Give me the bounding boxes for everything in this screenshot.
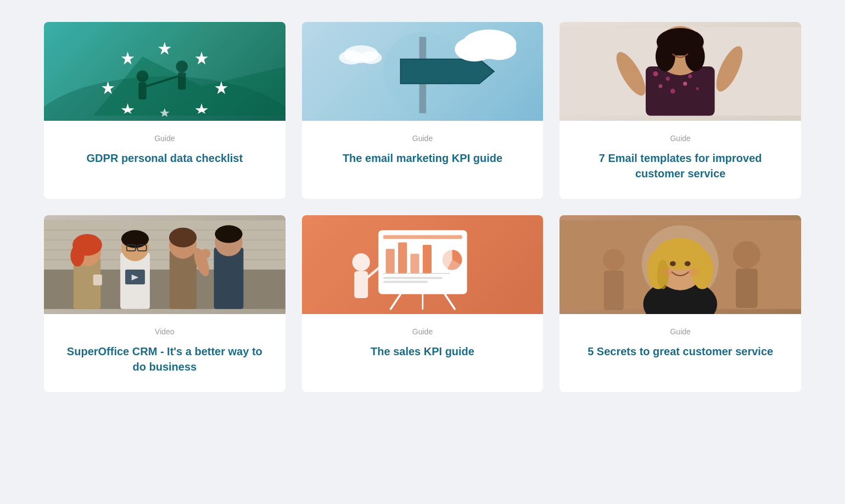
svg-point-24 (360, 51, 382, 64)
card-type-email-kpi: Guide (412, 134, 433, 143)
card-type-superoffice-video: Video (155, 327, 175, 336)
card-body-email-templates: Guide 7 Email templates for improved cus… (559, 121, 801, 199)
svg-line-82 (445, 294, 455, 309)
svg-rect-79 (383, 277, 443, 279)
svg-point-21 (482, 38, 516, 60)
card-email-templates[interactable]: Guide 7 Email templates for improved cus… (559, 22, 801, 199)
card-image-customer-service (559, 215, 801, 314)
svg-point-101 (688, 268, 700, 276)
svg-rect-75 (410, 254, 419, 273)
card-body-sales-kpi: Guide The sales KPI guide (302, 314, 544, 392)
card-title-superoffice-video: SuperOffice CRM - It's a better way to d… (59, 344, 270, 374)
svg-rect-85 (354, 271, 368, 298)
svg-point-32 (659, 84, 663, 88)
card-sales-kpi[interactable]: Guide The sales KPI guide (302, 215, 544, 392)
svg-point-102 (733, 241, 760, 268)
card-body-email-kpi: Guide The email marketing KPI guide (302, 121, 544, 199)
svg-point-31 (689, 74, 692, 78)
svg-point-98 (670, 261, 676, 266)
svg-rect-68 (214, 248, 244, 309)
card-image-superoffice-video (44, 215, 286, 314)
svg-rect-73 (385, 249, 394, 273)
svg-rect-105 (604, 271, 624, 310)
card-body-superoffice-video: Video SuperOffice CRM - It's a better wa… (44, 314, 286, 392)
svg-rect-63 (170, 250, 197, 309)
svg-line-86 (368, 267, 380, 277)
svg-point-23 (339, 51, 363, 64)
card-title-sales-kpi: The sales KPI guide (371, 344, 474, 359)
card-gdpr[interactable]: Guide GDPR personal data checklist (44, 22, 286, 199)
svg-point-65 (169, 228, 197, 248)
svg-point-39 (656, 42, 675, 71)
card-body-gdpr: Guide GDPR personal data checklist (44, 121, 286, 199)
card-title-email-templates: 7 Email templates for improved customer … (575, 150, 786, 181)
svg-marker-9 (121, 52, 134, 64)
svg-rect-103 (736, 268, 758, 308)
svg-point-34 (684, 82, 687, 86)
svg-rect-54 (93, 275, 102, 285)
svg-point-70 (215, 225, 242, 243)
svg-point-35 (696, 87, 699, 90)
card-email-kpi[interactable]: Guide The email marketing KPI guide (302, 22, 544, 199)
card-type-sales-kpi: Guide (412, 327, 433, 336)
svg-point-67 (200, 249, 210, 259)
svg-point-104 (603, 249, 624, 270)
card-image-sales-kpi (302, 215, 544, 314)
card-title-customer-service: 5 Secrets to great customer service (587, 344, 773, 359)
svg-point-100 (661, 268, 673, 276)
card-body-customer-service: Guide 5 Secrets to great customer servic… (559, 314, 801, 392)
svg-rect-74 (398, 243, 407, 274)
svg-rect-80 (383, 281, 428, 283)
svg-marker-1 (93, 57, 286, 116)
card-image-gdpr (44, 22, 286, 121)
card-image-email-kpi (302, 22, 544, 121)
svg-rect-11 (138, 82, 146, 99)
card-title-email-kpi: The email marketing KPI guide (343, 150, 502, 166)
svg-line-81 (390, 294, 400, 309)
svg-rect-76 (422, 245, 431, 273)
card-superoffice-video[interactable]: Video SuperOffice CRM - It's a better wa… (44, 215, 286, 392)
svg-point-40 (685, 42, 705, 71)
svg-point-10 (137, 70, 149, 82)
svg-marker-2 (158, 42, 171, 54)
svg-point-29 (666, 77, 670, 81)
card-image-email-templates (559, 22, 801, 121)
svg-point-33 (670, 88, 675, 93)
svg-point-99 (685, 261, 691, 266)
svg-point-84 (352, 253, 370, 271)
resource-grid: Guide GDPR personal data checklist (44, 22, 801, 392)
svg-point-28 (653, 71, 658, 76)
svg-point-53 (70, 245, 84, 266)
card-type-customer-service: Guide (670, 327, 690, 336)
card-customer-service[interactable]: Guide 5 Secrets to great customer servic… (559, 215, 801, 392)
card-title-gdpr: GDPR personal data checklist (87, 150, 243, 166)
card-type-gdpr: Guide (154, 134, 175, 143)
svg-marker-18 (400, 59, 494, 84)
svg-rect-13 (178, 72, 186, 89)
svg-marker-3 (195, 52, 208, 64)
svg-rect-72 (383, 235, 462, 239)
card-type-email-templates: Guide (670, 134, 690, 143)
svg-point-12 (176, 60, 188, 72)
